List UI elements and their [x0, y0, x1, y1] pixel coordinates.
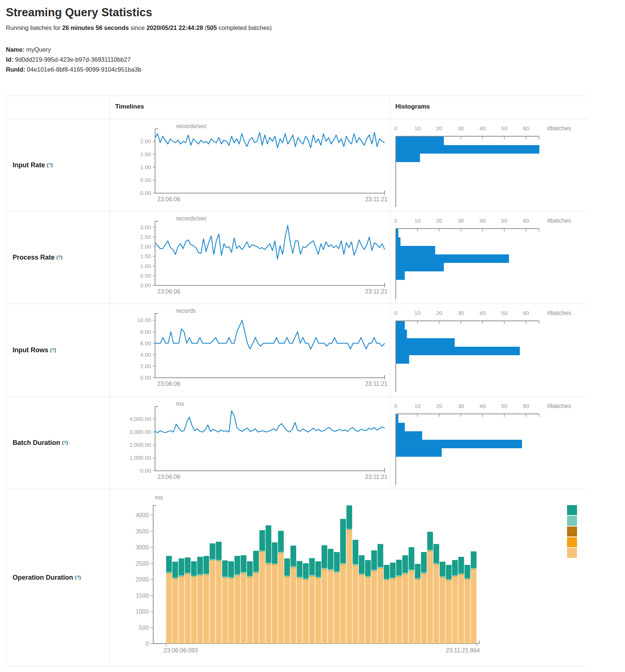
- legend-swatch: [567, 537, 577, 547]
- svg-text:3000: 3000: [135, 544, 149, 551]
- svg-text:ms: ms: [176, 401, 184, 407]
- svg-text:50: 50: [501, 217, 508, 224]
- svg-text:23:11:21: 23:11:21: [365, 474, 388, 480]
- svg-text:50: 50: [501, 310, 508, 316]
- svg-text:ms: ms: [155, 494, 163, 501]
- svg-text:30: 30: [458, 403, 464, 409]
- svg-text:60: 60: [523, 403, 529, 409]
- svg-text:23:11:21: 23:11:21: [365, 196, 388, 202]
- svg-text:4.00: 4.00: [140, 352, 151, 358]
- process-rate-timeline-cell: records/sec3.002.502.001.501.000.500.002…: [110, 211, 390, 304]
- svg-text:1000: 1000: [135, 608, 149, 615]
- query-runid-value: 04e101e6-8bf8-4165-9099-9104c951ba3b: [27, 66, 141, 73]
- running-summary: Running batches for 26 minutes 56 second…: [6, 24, 625, 31]
- svg-text:2500: 2500: [135, 560, 149, 567]
- query-meta: Name: myQuery Id: 9d0dd219-995d-423e-b97…: [6, 45, 625, 75]
- svg-text:3.00: 3.00: [140, 224, 151, 230]
- svg-text:1.00: 1.00: [140, 164, 151, 170]
- row-label-batch-duration: Batch Duration(?): [6, 397, 110, 489]
- svg-text:20: 20: [436, 125, 442, 131]
- svg-text:0.00: 0.00: [140, 374, 151, 381]
- query-runid-line: RunId: 04e101e6-8bf8-4165-9099-9104c951b…: [6, 65, 625, 75]
- svg-text:20: 20: [436, 217, 442, 224]
- input-rate-histogram-cell: 0102030405060#batches: [390, 119, 588, 211]
- legend-swatch: [567, 516, 577, 526]
- input-rows-timeline-cell: records10.008.006.004.002.000.0023:06:06…: [110, 304, 390, 397]
- svg-text:23:11:21: 23:11:21: [365, 288, 388, 295]
- input-rate-help-icon[interactable]: (?): [47, 162, 53, 168]
- batch-duration-histogram-cell: 0102030405060#batches: [390, 397, 588, 489]
- operation-duration-chart-cell: ms4000350030002500200015001000500023:06:…: [110, 489, 588, 666]
- svg-text:#batches: #batches: [547, 403, 571, 409]
- row-label-operation-duration: Operation Duration(?): [6, 489, 110, 666]
- table-corner-cell: [6, 96, 110, 119]
- svg-text:records/sec: records/sec: [176, 215, 207, 222]
- svg-text:23:11:21.864: 23:11:21.864: [446, 647, 480, 654]
- query-name-line: Name: myQuery: [6, 45, 625, 55]
- svg-text:10: 10: [414, 125, 420, 131]
- svg-text:40: 40: [480, 403, 486, 409]
- operation-duration-help-icon[interactable]: (?): [75, 575, 81, 580]
- input-rate-histogram-chart: 0102030405060#batches: [390, 119, 588, 211]
- svg-text:0.50: 0.50: [140, 272, 151, 279]
- svg-text:60: 60: [523, 310, 529, 316]
- svg-text:#batches: #batches: [547, 217, 571, 224]
- svg-text:0.00: 0.00: [140, 282, 151, 288]
- svg-text:1.00: 1.00: [140, 263, 151, 269]
- svg-text:23:06:06: 23:06:06: [157, 196, 180, 202]
- svg-text:records/sec: records/sec: [176, 123, 207, 129]
- completed-batches-count: 505: [207, 24, 217, 31]
- input-rows-timeline-chart: records10.008.006.004.002.000.0023:06:06…: [110, 304, 390, 397]
- svg-text:10.00: 10.00: [137, 317, 151, 323]
- svg-text:4,000.00: 4,000.00: [130, 416, 151, 422]
- svg-text:23:11:21: 23:11:21: [365, 381, 388, 387]
- query-name-value: myQuery: [26, 46, 51, 53]
- row-label-input-rows: Input Rows(?): [6, 304, 110, 397]
- row-label-input-rate: Input Rate(?): [6, 119, 110, 211]
- page-title: Streaming Query Statistics: [6, 6, 625, 19]
- svg-text:23:06:06: 23:06:06: [157, 381, 180, 387]
- svg-text:2.00: 2.00: [140, 138, 151, 144]
- svg-text:10: 10: [414, 403, 420, 409]
- svg-text:60: 60: [523, 125, 529, 131]
- svg-text:records: records: [176, 308, 196, 314]
- svg-text:50: 50: [501, 125, 508, 131]
- svg-text:0: 0: [394, 310, 397, 316]
- batch-duration-help-icon[interactable]: (?): [62, 440, 68, 445]
- svg-text:1,000.00: 1,000.00: [130, 455, 151, 461]
- legend-swatch: [567, 548, 577, 558]
- svg-text:3,000.00: 3,000.00: [130, 429, 151, 435]
- svg-text:500: 500: [139, 625, 149, 631]
- query-id-line: Id: 9d0dd219-995d-423e-b97d-36931110bb27: [6, 55, 625, 65]
- svg-text:1.50: 1.50: [140, 253, 151, 259]
- statistics-table: Timelines Histograms Input Rate(?) recor…: [6, 96, 587, 666]
- svg-text:0: 0: [145, 641, 149, 647]
- svg-text:23:06:06: 23:06:06: [157, 474, 180, 480]
- input-rows-histogram-cell: 0102030405060#batches: [390, 304, 588, 397]
- svg-text:0: 0: [394, 217, 397, 224]
- svg-text:2000: 2000: [135, 576, 149, 583]
- svg-text:50: 50: [501, 403, 508, 409]
- column-header-timelines: Timelines: [110, 96, 390, 119]
- svg-text:2,000.00: 2,000.00: [130, 442, 151, 448]
- operation-duration-legend: [567, 505, 577, 559]
- svg-text:10: 10: [414, 217, 420, 224]
- batch-duration-timeline-cell: ms4,000.003,000.002,000.001,000.000.0023…: [110, 397, 390, 489]
- input-rows-help-icon[interactable]: (?): [50, 347, 56, 353]
- input-rate-timeline-chart: records/sec2.001.501.000.500.0023:06:062…: [110, 119, 390, 211]
- process-rate-histogram-chart: 0102030405060#batches: [390, 212, 588, 304]
- batch-duration-timeline-chart: ms4,000.003,000.002,000.001,000.000.0023…: [110, 397, 390, 489]
- svg-text:4000: 4000: [135, 512, 149, 518]
- query-id-value: 9d0dd219-995d-423e-b97d-36931110bb27: [15, 56, 131, 63]
- svg-text:0: 0: [394, 125, 397, 131]
- svg-text:30: 30: [458, 125, 464, 131]
- svg-text:30: 30: [458, 217, 464, 224]
- svg-text:20: 20: [436, 403, 442, 409]
- svg-text:0.50: 0.50: [140, 177, 151, 183]
- running-since-timestamp: 2020/05/21 22:44:28: [147, 24, 203, 31]
- svg-text:2.00: 2.00: [140, 363, 151, 369]
- legend-swatch: [567, 505, 577, 515]
- svg-text:40: 40: [480, 310, 486, 316]
- process-rate-help-icon[interactable]: (?): [56, 255, 62, 260]
- svg-text:#batches: #batches: [547, 125, 571, 131]
